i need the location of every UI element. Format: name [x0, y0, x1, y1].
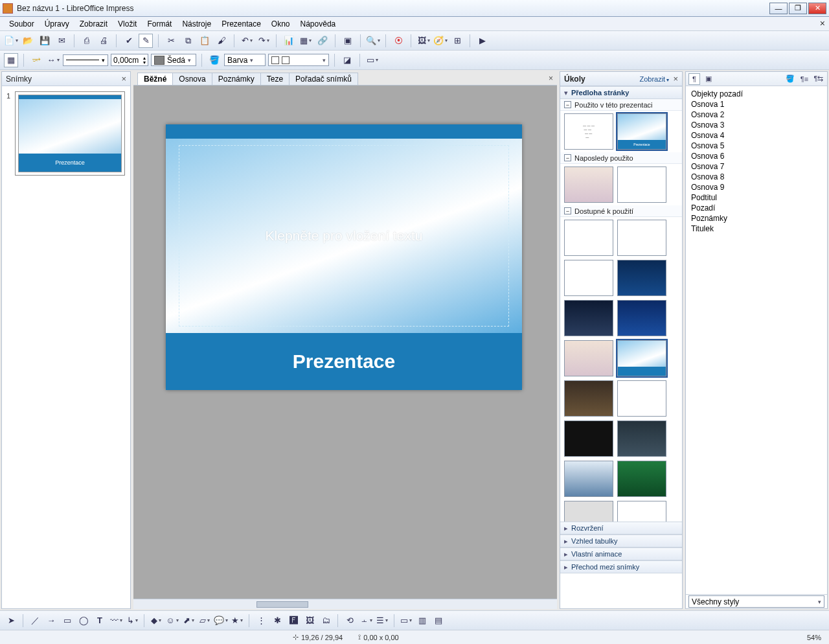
insert-slide-tool[interactable]: ▭	[399, 614, 413, 628]
maximize-button[interactable]: ❐	[789, 3, 807, 14]
line-end-button[interactable]: ↔	[46, 53, 60, 67]
gallery-button[interactable]: 🖼	[416, 34, 431, 48]
shadow-button[interactable]: ◪	[340, 53, 354, 67]
master-thumb[interactable]	[617, 461, 666, 497]
menu-prezentace[interactable]: Prezentace	[216, 18, 266, 30]
style-item[interactable]: Titulek	[691, 224, 822, 234]
slide-dropdown-button[interactable]: ▭	[365, 53, 380, 67]
menu-upravy[interactable]: Úpravy	[40, 18, 74, 30]
format-paint-button[interactable]: 🖌	[214, 34, 229, 48]
menu-format[interactable]: Formát	[142, 18, 177, 30]
horizontal-scrollbar[interactable]	[133, 599, 557, 609]
navigator-button[interactable]: 🧭	[433, 34, 448, 48]
callouts-tool[interactable]: 💬	[214, 614, 228, 628]
tab-sorter[interactable]: Pořadač snímků	[289, 73, 358, 85]
chart-button[interactable]: 📊	[282, 34, 296, 48]
style-item[interactable]: Osnova 5	[691, 141, 822, 151]
master-thumb[interactable]	[617, 501, 666, 522]
fontwork-tool[interactable]: 🅵	[286, 614, 301, 628]
section-tabledesign[interactable]: ▸Vzhled tabulky	[560, 535, 682, 547]
master-thumb[interactable]	[617, 300, 666, 336]
style-item[interactable]: Osnova 6	[691, 151, 822, 161]
arrange-tool[interactable]: ☰	[375, 614, 389, 628]
slides-panel-body[interactable]: 1 Prezentace	[2, 86, 130, 608]
fill-color-combo[interactable]: ▾	[268, 54, 329, 66]
undo-button[interactable]: ↶	[240, 34, 254, 48]
from-file-tool[interactable]: 🖼	[302, 614, 317, 628]
presentation-button[interactable]: ▶	[475, 34, 490, 48]
doc-close-icon[interactable]: ×	[820, 18, 825, 29]
subhead-recent[interactable]: −Naposledy použito	[560, 152, 682, 164]
style-item[interactable]: Osnova 2	[691, 109, 822, 120]
minimize-button[interactable]: —	[769, 3, 788, 14]
subhead-available[interactable]: −Dostupné k použití	[560, 205, 682, 217]
tab-handout[interactable]: Teze	[260, 73, 290, 85]
status-zoom[interactable]: 54%	[807, 634, 821, 641]
master-thumb[interactable]	[617, 220, 666, 256]
master-thumb[interactable]: — — — — — — — —	[564, 113, 613, 150]
section-master[interactable]: ▾Předloha stránky	[560, 86, 682, 99]
new-style-icon[interactable]: ¶≡	[799, 73, 810, 85]
slideshow-button[interactable]: ▣	[341, 34, 355, 48]
close-button[interactable]: ✕	[808, 3, 826, 14]
tabs-close-icon[interactable]: ×	[549, 74, 553, 83]
open-button[interactable]: 📂	[21, 34, 35, 48]
style-item[interactable]: Osnova 3	[691, 120, 822, 130]
master-thumb[interactable]	[564, 340, 613, 376]
slide-editor[interactable]: Klepněte pro vložení textu Prezentace	[166, 124, 522, 390]
master-thumb[interactable]	[564, 300, 613, 336]
slide-layout-tool[interactable]: ▥	[415, 614, 429, 628]
styles-filter-combo[interactable]: Všechny styly▾	[688, 595, 824, 608]
master-thumb[interactable]	[564, 461, 613, 497]
master-thumb[interactable]	[617, 340, 666, 376]
hyperlink-button[interactable]: 🔗	[315, 34, 330, 48]
tab-normal[interactable]: Běžné	[137, 73, 173, 85]
line-style-combo[interactable]: ▾	[63, 54, 108, 66]
master-thumb[interactable]	[564, 260, 613, 296]
autospell-button[interactable]: ✎	[139, 34, 153, 48]
slide-title-area[interactable]: Prezentace	[166, 333, 522, 390]
save-button[interactable]: 💾	[38, 34, 52, 48]
style-item[interactable]: Osnova 1	[691, 99, 822, 109]
section-animation[interactable]: ▸Vlastní animace	[560, 547, 682, 560]
para-styles-icon[interactable]: ¶	[688, 73, 700, 85]
select-tool[interactable]: ➤	[4, 614, 18, 628]
section-transition[interactable]: ▸Přechod mezi snímky	[560, 560, 682, 573]
styles-list[interactable]: Objekty pozadíOsnova 1Osnova 2Osnova 3Os…	[686, 86, 827, 594]
style-item[interactable]: Poznámky	[691, 213, 822, 224]
master-thumb[interactable]	[564, 420, 613, 457]
spellcheck-button[interactable]: ✔	[122, 34, 136, 48]
line-tool[interactable]: ／	[28, 614, 42, 628]
subhead-used[interactable]: −Použito v této prezentaci	[560, 99, 682, 111]
glue-tool[interactable]: ✱	[270, 614, 284, 628]
fill-format-icon[interactable]: 🪣	[784, 73, 796, 85]
section-layouts[interactable]: ▸Rozvržení	[560, 522, 682, 535]
style-item[interactable]: Objekty pozadí	[691, 89, 822, 99]
email-button[interactable]: ✉	[54, 34, 69, 48]
master-thumb[interactable]	[617, 260, 666, 296]
style-item[interactable]: Podtitul	[691, 192, 822, 203]
redo-button[interactable]: ↷	[256, 34, 271, 48]
stars-tool[interactable]: ★	[230, 614, 244, 628]
menu-zobrazit[interactable]: Zobrazit	[74, 18, 113, 30]
master-thumb[interactable]	[617, 380, 666, 417]
symbol-shapes-tool[interactable]: ☺	[165, 614, 179, 628]
menu-napoveda[interactable]: Nápověda	[295, 18, 341, 30]
master-thumb-selected[interactable]: Prezentace	[617, 113, 666, 150]
tasks-close-icon[interactable]: ×	[673, 74, 678, 84]
tab-outline[interactable]: Osnova	[172, 73, 212, 85]
flowchart-tool[interactable]: ▱	[198, 614, 212, 628]
table-button[interactable]: ▦	[299, 34, 313, 48]
menu-nastroje[interactable]: Nástroje	[177, 18, 216, 30]
align-tool[interactable]: ⫠	[359, 614, 373, 628]
slide-thumb-1[interactable]: 1 Prezentace	[15, 91, 125, 176]
master-thumb[interactable]	[564, 220, 613, 256]
rect-tool[interactable]: ▭	[60, 614, 74, 628]
master-thumb[interactable]	[617, 167, 666, 203]
master-thumb[interactable]	[564, 380, 613, 417]
points-tool[interactable]: ⋮	[254, 614, 268, 628]
master-thumb[interactable]	[564, 501, 613, 522]
help-button[interactable]: ⦿	[391, 34, 405, 48]
slides-panel-close-icon[interactable]: ×	[121, 74, 126, 84]
menu-soubor[interactable]: Soubor	[4, 18, 40, 30]
